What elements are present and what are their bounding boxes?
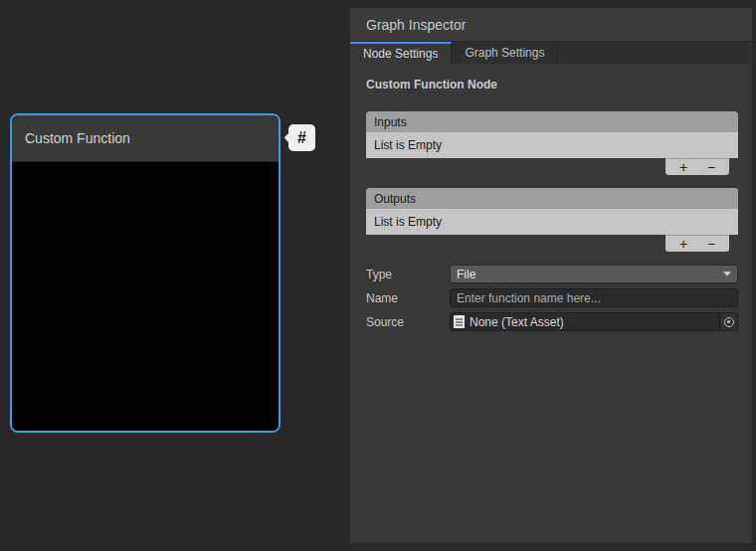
source-label: Source (366, 315, 450, 329)
tab-graph-settings-label: Graph Settings (465, 46, 544, 60)
graph-canvas[interactable]: Custom Function # (0, 0, 350, 551)
outputs-add-button[interactable]: + (671, 236, 695, 252)
section-heading: Custom Function Node (366, 78, 738, 92)
type-dropdown[interactable]: File (450, 265, 738, 283)
name-field-row: Name (366, 288, 738, 307)
inputs-list-empty-text: List is Empty (374, 138, 442, 152)
outputs-list-empty-text: List is Empty (374, 215, 442, 229)
name-label: Name (366, 291, 450, 305)
inputs-list-title: Inputs (374, 115, 407, 129)
custom-function-node[interactable]: Custom Function (10, 113, 281, 433)
inspector-header[interactable]: Graph Inspector (350, 8, 752, 42)
source-object-field[interactable]: None (Text Asset) (450, 312, 738, 331)
hash-badge-label: # (297, 129, 306, 147)
type-label: Type (366, 268, 450, 281)
type-field-row: Type File (366, 265, 738, 283)
object-picker-button[interactable] (719, 313, 737, 330)
tab-graph-settings[interactable]: Graph Settings (452, 42, 558, 64)
inspector-content: Custom Function Node Inputs List is Empt… (350, 64, 752, 331)
graph-inspector-panel: Graph Inspector Node Settings Graph Sett… (350, 8, 752, 543)
node-title-label: Custom Function (25, 130, 130, 146)
name-input[interactable] (450, 288, 738, 307)
inspector-tabbar: Node Settings Graph Settings (350, 42, 752, 64)
outputs-list-footer: + − (665, 235, 729, 252)
outputs-list-header: Outputs (366, 188, 738, 209)
inputs-add-button[interactable]: + (671, 159, 695, 175)
inputs-remove-button[interactable]: − (699, 159, 723, 175)
node-title-bar[interactable]: Custom Function (12, 115, 279, 162)
source-field-row: Source None (Text Asset) (366, 312, 738, 331)
outputs-list: Outputs List is Empty + − (366, 188, 738, 252)
inputs-list: Inputs List is Empty + − (366, 111, 738, 175)
tab-node-settings-label: Node Settings (363, 47, 438, 61)
type-dropdown-value: File (457, 268, 475, 281)
inputs-list-footer: + − (665, 158, 729, 175)
inputs-list-footer-wrap: + − (366, 158, 738, 175)
object-picker-icon (724, 317, 734, 327)
node-body (12, 162, 279, 431)
inputs-list-empty-row: List is Empty (366, 132, 738, 158)
outputs-list-empty-row: List is Empty (366, 209, 738, 235)
outputs-list-footer-wrap: + − (366, 235, 738, 252)
tab-node-settings[interactable]: Node Settings (350, 42, 452, 64)
chevron-down-icon (723, 272, 731, 276)
source-object-value: None (Text Asset) (470, 315, 719, 329)
text-asset-icon (454, 315, 465, 328)
inputs-list-header: Inputs (366, 111, 738, 132)
outputs-remove-button[interactable]: − (699, 236, 723, 252)
hash-badge[interactable]: # (288, 124, 315, 151)
outputs-list-title: Outputs (374, 192, 416, 206)
inspector-title: Graph Inspector (366, 17, 466, 33)
node-settings-fields: Type File Name Source None (Text Asset) (366, 265, 738, 331)
